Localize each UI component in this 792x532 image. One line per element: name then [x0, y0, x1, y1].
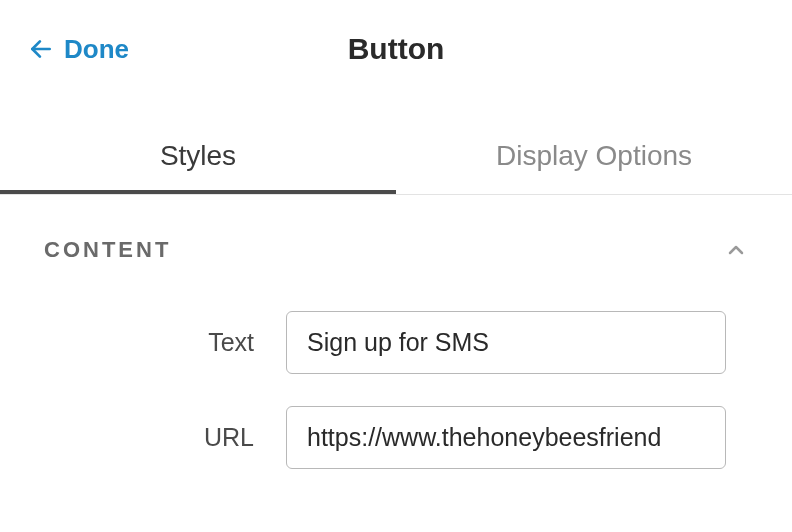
content-section: CONTENT Text URL: [0, 195, 792, 469]
url-label: URL: [44, 423, 254, 452]
arrow-left-icon: [28, 36, 54, 62]
tab-styles[interactable]: Styles: [0, 122, 396, 194]
tab-display-options[interactable]: Display Options: [396, 122, 792, 194]
content-section-title: CONTENT: [44, 237, 171, 263]
text-input[interactable]: [286, 311, 726, 374]
text-row: Text: [44, 311, 748, 374]
header: Done Button: [0, 0, 792, 84]
page-title: Button: [28, 32, 764, 66]
done-link[interactable]: Done: [28, 34, 129, 65]
url-row: URL: [44, 406, 748, 469]
content-section-header[interactable]: CONTENT: [44, 237, 748, 263]
tabs: Styles Display Options: [0, 122, 792, 195]
chevron-up-icon: [724, 238, 748, 262]
text-label: Text: [44, 328, 254, 357]
done-label: Done: [64, 34, 129, 65]
url-input[interactable]: [286, 406, 726, 469]
